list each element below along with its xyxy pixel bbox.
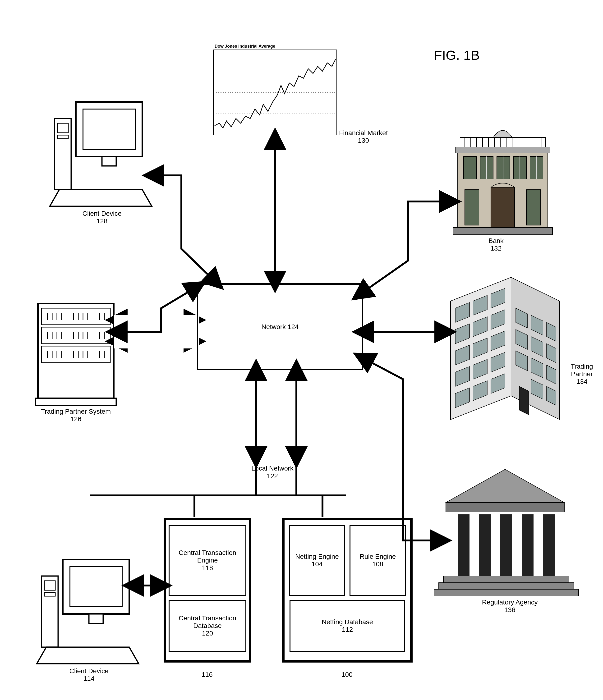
financial-market-text: Financial Market [339, 129, 388, 136]
trading-partner-system-ref: 126 [70, 415, 81, 423]
bank-ref: 132 [490, 245, 502, 252]
svg-rect-84 [500, 515, 512, 576]
server-rack-icon [35, 303, 116, 405]
netting-engine-ref: 104 [312, 560, 323, 568]
rule-engine-box: Rule Engine 108 [349, 525, 406, 596]
central-engine-box: Central Transaction Engine 118 [169, 525, 246, 596]
netting-engine-box: Netting Engine 104 [289, 525, 345, 596]
regulatory-agency-text: Regulatory Agency [482, 599, 537, 606]
svg-rect-47 [44, 593, 55, 596]
client-device-bottom-text: Client Device [70, 667, 108, 675]
trading-partner-ref: 134 [576, 378, 587, 385]
svg-rect-82 [458, 515, 469, 576]
svg-rect-88 [439, 583, 574, 589]
svg-rect-73 [530, 156, 543, 179]
svg-rect-90 [114, 315, 199, 348]
svg-rect-45 [42, 576, 58, 647]
svg-rect-72 [513, 156, 526, 179]
central-server-box: Central Transaction Engine 118 Central T… [164, 518, 251, 662]
svg-rect-51 [453, 228, 553, 235]
netting-db-text: Netting Database [322, 618, 373, 626]
netting-server-ref: 100 [341, 671, 353, 678]
netting-server-ref-text: 100 [341, 671, 353, 678]
network-box: Network 124 [197, 283, 363, 370]
svg-rect-9 [102, 156, 116, 166]
svg-rect-8 [83, 109, 135, 149]
desktop-computer-icon [50, 102, 152, 206]
regulatory-agency-ref: 136 [504, 606, 515, 614]
rule-engine-text: Rule Engine [360, 553, 396, 560]
netting-engine-text: Netting Engine [295, 553, 339, 560]
svg-rect-5 [57, 123, 68, 133]
regulatory-agency-label: Regulatory Agency 136 [474, 599, 546, 614]
svg-rect-71 [497, 156, 510, 179]
svg-rect-48 [63, 559, 129, 614]
svg-rect-0 [213, 50, 337, 135]
central-engine-text: Central Transaction Engine [177, 549, 238, 564]
trading-partner-system-text: Trading Partner System [41, 408, 111, 415]
client-device-top-ref: 128 [97, 217, 107, 225]
svg-rect-11 [42, 308, 110, 325]
svg-rect-81 [491, 187, 514, 228]
svg-rect-10 [38, 303, 114, 398]
svg-rect-12 [42, 327, 110, 344]
financial-market-ref: 130 [358, 137, 369, 144]
svg-rect-87 [443, 576, 569, 583]
financial-market-chart-icon [213, 50, 337, 135]
central-db-ref: 120 [202, 630, 213, 637]
netting-db-box: Netting Database 112 [290, 600, 405, 652]
svg-rect-7 [76, 102, 142, 156]
local-network-text: Local Network [251, 465, 293, 472]
svg-rect-89 [434, 589, 579, 596]
trading-partner-system-label: Trading Partner System 126 [35, 408, 116, 423]
svg-rect-49 [70, 567, 122, 607]
client-device-top-text: Client Device [82, 210, 122, 217]
trading-partner-label: Trading Partner 134 [561, 363, 603, 385]
netting-server-box: Netting Engine 104 Rule Engine 108 Netti… [282, 518, 413, 662]
client-device-bottom-label: Client Device 114 [58, 667, 120, 682]
chart-caption-text: Dow Jones Industrial Average [215, 44, 275, 49]
rule-engine-ref: 108 [372, 560, 383, 568]
svg-rect-6 [57, 135, 68, 139]
local-network-ref: 122 [267, 472, 278, 479]
svg-rect-79 [465, 190, 479, 225]
chart-caption: Dow Jones Industrial Average [215, 44, 275, 49]
trading-partner-text: Trading Partner [571, 363, 593, 378]
bank-label: Bank 132 [488, 237, 504, 252]
bank-building-icon [453, 130, 553, 235]
desktop-computer-icon [37, 559, 139, 664]
svg-rect-53 [455, 147, 550, 153]
central-engine-ref: 118 [202, 564, 213, 572]
network-label: Network 124 [261, 323, 298, 331]
svg-rect-13 [42, 346, 110, 363]
central-db-text: Central Transaction Database [177, 615, 238, 630]
client-device-top-label: Client Device 128 [71, 210, 133, 225]
client-device-bottom-ref: 114 [83, 675, 95, 682]
bank-text: Bank [488, 237, 504, 244]
svg-rect-70 [480, 156, 493, 179]
svg-rect-4 [54, 119, 71, 190]
office-building-icon [451, 277, 560, 420]
local-network-label: Local Network 122 [251, 465, 293, 480]
svg-rect-52 [458, 149, 548, 228]
svg-rect-54 [460, 138, 546, 147]
central-server-ref-text: 116 [201, 671, 213, 678]
svg-rect-46 [44, 581, 55, 590]
financial-market-label: Financial Market 130 [339, 129, 388, 144]
central-db-box: Central Transaction Database 120 [169, 600, 246, 652]
svg-rect-69 [463, 156, 477, 179]
svg-rect-83 [479, 515, 491, 576]
central-server-ref: 116 [201, 671, 213, 678]
svg-rect-86 [543, 515, 555, 576]
government-building-icon [434, 469, 579, 596]
svg-rect-80 [526, 190, 540, 225]
figure-title-text: FIG. 1B [434, 48, 480, 62]
figure-title: FIG. 1B [434, 47, 480, 63]
netting-db-ref: 112 [342, 626, 353, 633]
svg-rect-85 [522, 515, 533, 576]
svg-rect-50 [89, 614, 103, 623]
svg-rect-44 [35, 398, 116, 405]
